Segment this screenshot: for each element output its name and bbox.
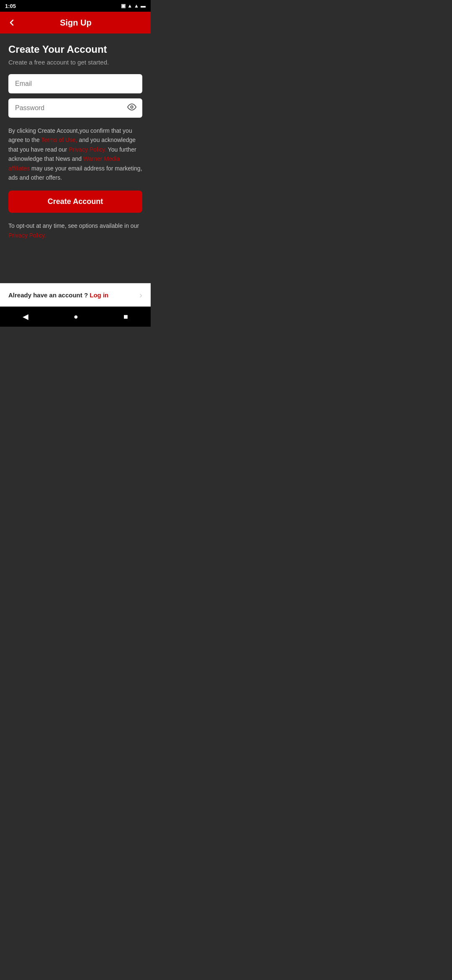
back-button[interactable] <box>7 18 17 28</box>
status-bar: 1:05 ▣ ▲ ▲ ▬ <box>0 0 151 12</box>
create-account-button[interactable]: Create Account <box>8 191 142 213</box>
battery-icon: ▬ <box>141 3 146 9</box>
chevron-right-icon: › <box>139 290 142 300</box>
login-link[interactable]: Log in <box>90 291 108 299</box>
android-recent-button[interactable]: ■ <box>123 312 128 321</box>
legal-text: By clicking Create Account,you confirm t… <box>8 126 142 182</box>
status-time: 1:05 <box>5 3 16 9</box>
already-have-account-text: Already have an account ? Log in <box>8 291 108 299</box>
page-title: Sign Up <box>20 18 131 28</box>
android-back-button[interactable]: ◀ <box>23 312 28 321</box>
optout-text: To opt-out at any time, see options avai… <box>8 221 142 240</box>
toggle-password-icon[interactable] <box>127 103 136 114</box>
android-nav-bar: ◀ ● ■ <box>0 307 151 327</box>
content-area: Create Your Account Create a free accoun… <box>0 34 151 283</box>
chevron-left-icon <box>7 18 17 28</box>
signal-icon: ▲ <box>134 3 139 9</box>
password-wrapper <box>8 98 142 118</box>
password-field[interactable] <box>8 98 142 118</box>
app-bar: Sign Up <box>0 12 151 34</box>
terms-link[interactable]: Terms of Use, <box>41 137 77 143</box>
android-home-button[interactable]: ● <box>74 312 78 321</box>
status-icons: ▣ ▲ ▲ ▬ <box>121 3 146 9</box>
wifi-icon: ▲ <box>127 3 132 9</box>
optout-privacy-link[interactable]: Privacy Policy. <box>8 232 46 239</box>
form-heading: Create Your Account <box>8 44 142 55</box>
svg-point-0 <box>131 106 133 108</box>
login-bottom-bar[interactable]: Already have an account ? Log in › <box>0 283 151 307</box>
privacy-policy-link[interactable]: Privacy Policy. <box>69 146 106 153</box>
sim-icon: ▣ <box>121 3 126 9</box>
email-field[interactable] <box>8 74 142 93</box>
form-subtitle: Create a free account to get started. <box>8 59 142 66</box>
